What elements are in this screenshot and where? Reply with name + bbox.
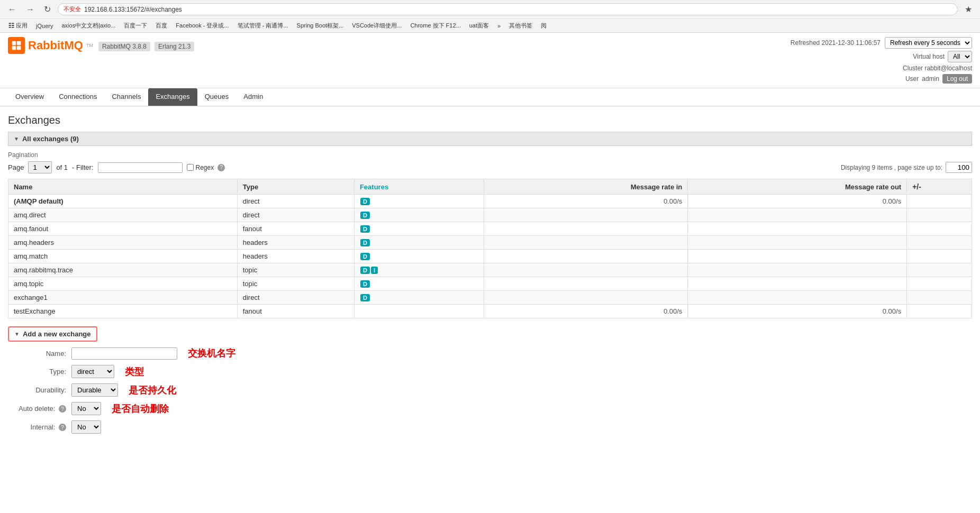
svg-rect-2: [12, 46, 16, 50]
table-row[interactable]: amq.topictopicD: [8, 277, 972, 291]
table-row[interactable]: amq.matchheadersD: [8, 250, 972, 263]
table-row[interactable]: amq.directdirectD: [8, 208, 972, 222]
row-msg-rate-out: [688, 222, 907, 236]
row-plus-minus: [907, 305, 972, 318]
row-msg-rate-in: [484, 277, 688, 291]
th-msg-rate-out: Message rate out: [688, 179, 907, 195]
all-exchanges-section-header[interactable]: ▼ All exchanges (9): [8, 132, 972, 146]
regex-help-icon[interactable]: ?: [217, 164, 225, 171]
regex-checkbox[interactable]: [187, 164, 194, 171]
row-name[interactable]: amq.headers: [8, 236, 238, 250]
regex-text: Regex: [196, 164, 214, 171]
row-plus-minus: [907, 195, 972, 208]
top-header: RabbitMQ TM RabbitMQ 3.8.8 Erlang 21.3 R…: [0, 33, 980, 88]
bookmark-axios[interactable]: axios中文文档|axio...: [58, 21, 119, 31]
back-button[interactable]: ←: [5, 4, 19, 15]
nav-queues[interactable]: Queues: [197, 88, 237, 106]
reload-button[interactable]: ↻: [41, 3, 53, 15]
row-name[interactable]: testExchange: [8, 305, 238, 318]
table-header-row: Name Type Features Message rate in Messa…: [8, 179, 972, 195]
row-features: D: [354, 291, 484, 305]
row-msg-rate-out: [688, 250, 907, 263]
bookmark-facebook[interactable]: Facebook - 登录或...: [173, 21, 232, 31]
rabbitmq-app: RabbitMQ TM RabbitMQ 3.8.8 Erlang 21.3 R…: [0, 33, 980, 482]
row-name[interactable]: amq.rabbitmq.trace: [8, 263, 238, 277]
user-value: admin: [922, 75, 939, 83]
row-type: topic: [237, 277, 354, 291]
vhost-select[interactable]: All: [948, 51, 972, 62]
table-row[interactable]: (AMQP default)directD0.00/s0.00/s: [8, 195, 972, 208]
row-name[interactable]: exchange1: [8, 291, 238, 305]
auto-delete-help-icon[interactable]: ?: [59, 405, 66, 413]
logout-button[interactable]: Log out: [942, 74, 972, 84]
row-name[interactable]: (AMQP default): [8, 195, 238, 208]
forward-button[interactable]: →: [23, 4, 37, 15]
cluster-value: rabbit@localhost: [924, 65, 972, 72]
row-features: D: [354, 277, 484, 291]
bookmark-jquery[interactable]: jQuery: [33, 22, 56, 30]
bookmark-read[interactable]: 阅: [538, 21, 550, 31]
bookmark-baidu[interactable]: 百度: [152, 21, 170, 31]
bookmarks-bar: ☷ 应用 jQuery axios中文文档|axio... 百度一下 百度 Fa…: [0, 19, 980, 32]
row-type: topic: [237, 263, 354, 277]
row-msg-rate-in: [484, 222, 688, 236]
type-select[interactable]: direct fanout topic headers: [71, 365, 114, 378]
bookmark-button[interactable]: ★: [962, 3, 975, 15]
bookmark-uat[interactable]: uat面客: [466, 21, 492, 31]
page-size-input[interactable]: [946, 162, 972, 173]
page-content: Exchanges ▼ All exchanges (9) Pagination…: [0, 106, 980, 452]
bookmark-vscode[interactable]: VSCode详细使用...: [349, 21, 405, 31]
table-row[interactable]: exchange1directD: [8, 291, 972, 305]
row-name[interactable]: amq.direct: [8, 208, 238, 222]
nav-exchanges[interactable]: Exchanges: [148, 88, 197, 106]
bookmark-springboot[interactable]: Spring Boot框架...: [294, 21, 347, 31]
bookmark-other[interactable]: 其他书签: [506, 21, 536, 31]
add-exchange-header[interactable]: ▼ Add a new exchange: [9, 327, 96, 341]
auto-delete-select[interactable]: No Yes: [71, 402, 101, 415]
type-row: Type: direct fanout topic headers 类型: [19, 365, 961, 378]
th-plus-minus[interactable]: +/-: [907, 179, 972, 195]
page-select[interactable]: 1: [28, 161, 52, 173]
row-msg-rate-in: 0.00/s: [484, 195, 688, 208]
bookmark-notes[interactable]: 笔试管理 - 南通博...: [234, 21, 292, 31]
bookmark-baidu-search[interactable]: 百度一下: [121, 21, 150, 31]
row-plus-minus: [907, 236, 972, 250]
nav-admin[interactable]: Admin: [236, 88, 270, 106]
row-name[interactable]: amq.topic: [8, 277, 238, 291]
table-row[interactable]: amq.rabbitmq.tracetopicDI: [8, 263, 972, 277]
row-type: headers: [237, 250, 354, 263]
name-input[interactable]: [71, 347, 177, 360]
page-label: Page: [8, 163, 24, 171]
bookmark-apps[interactable]: ☷ 应用: [5, 21, 31, 31]
row-msg-rate-in: [484, 250, 688, 263]
nav-channels[interactable]: Channels: [104, 88, 148, 106]
filter-label: - Filter:: [72, 163, 93, 171]
refresh-select[interactable]: Refresh every 5 seconds: [885, 37, 972, 49]
pagination-label: Pagination: [8, 151, 972, 159]
table-row[interactable]: testExchangefanout0.00/s0.00/s: [8, 305, 972, 318]
collapse-triangle: ▼: [14, 136, 19, 142]
internal-help-icon[interactable]: ?: [59, 424, 66, 431]
filter-input[interactable]: [98, 162, 183, 173]
display-info: Displaying 9 items , page size up to:: [841, 162, 972, 173]
vhost-row: Virtual host All: [913, 51, 972, 62]
row-name[interactable]: amq.fanout: [8, 222, 238, 236]
bookmark-chrome-f12[interactable]: Chrome 按下 F12...: [407, 21, 464, 31]
vhost-label: Virtual host: [913, 53, 945, 60]
nav-connections[interactable]: Connections: [51, 88, 104, 106]
name-row: Name: 交换机名字: [19, 347, 961, 360]
row-name[interactable]: amq.match: [8, 250, 238, 263]
durability-annotation: 是否持久化: [129, 384, 176, 397]
table-row[interactable]: amq.fanoutfanoutD: [8, 222, 972, 236]
internal-select[interactable]: No Yes: [71, 420, 101, 434]
nav-overview[interactable]: Overview: [8, 88, 51, 106]
durability-select[interactable]: Durable Transient: [71, 383, 118, 397]
refreshed-time: Refreshed 2021-12-30 11:06:57: [791, 39, 881, 47]
row-features: [354, 305, 484, 318]
table-row[interactable]: amq.headersheadersD: [8, 236, 972, 250]
erlang-version: Erlang 21.3: [155, 42, 194, 51]
row-type: direct: [237, 195, 354, 208]
row-plus-minus: [907, 222, 972, 236]
bookmark-more[interactable]: »: [494, 22, 504, 30]
row-plus-minus: [907, 291, 972, 305]
